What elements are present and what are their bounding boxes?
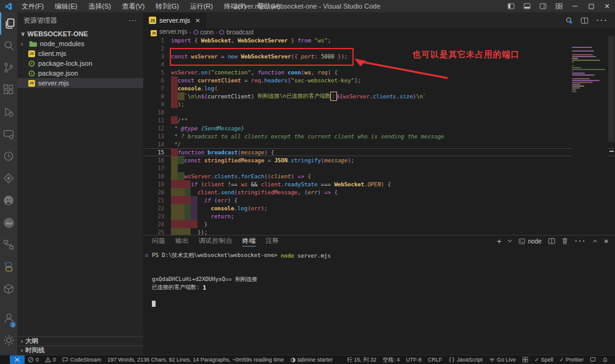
remote-indicator[interactable] [10, 355, 25, 364]
breadcrumb-symbol[interactable]: conn [193, 29, 214, 36]
package-box-icon[interactable] [0, 278, 17, 300]
open-search-icon[interactable] [565, 17, 573, 25]
new-terminal-icon[interactable]: + [497, 237, 502, 246]
file-tree-item[interactable]: JSclient.mjs [17, 49, 143, 58]
file-tree-item[interactable]: ›node_modules [17, 39, 143, 49]
panel-tab-调试控制台[interactable]: 调试控制台 [199, 235, 232, 247]
menu-item[interactable]: 帮助(H) [252, 0, 285, 12]
code-line[interactable]: 6const currentClient = req.headers["sec-… [143, 76, 615, 84]
remote-explorer-icon[interactable] [0, 123, 17, 145]
status-feedback[interactable] [587, 355, 599, 364]
status-browser-preview[interactable] [519, 355, 531, 364]
code-line[interactable]: 18wsServer.clients.forEach((client) => { [143, 172, 615, 180]
terminal-dropdown-icon[interactable] [507, 239, 512, 243]
outline-section[interactable]: ›大纲 [17, 336, 143, 346]
file-tree-item[interactable]: JSserver.mjs [17, 78, 143, 88]
code-line[interactable]: 13* ? broadcast to all clients except th… [143, 132, 615, 140]
status-spell[interactable]: ✓Spell [531, 355, 557, 364]
github-icon[interactable] [0, 189, 17, 212]
source-control-icon[interactable] [0, 57, 17, 79]
code-line[interactable]: 14*/ [143, 140, 615, 148]
status-warnings[interactable]: 0 [42, 355, 59, 364]
explorer-root-folder[interactable]: ∨ WEBSOCKET-ONE [17, 28, 143, 39]
layout-sidebar-right-icon[interactable] [535, 0, 551, 12]
timeline-clock-icon[interactable] [0, 145, 17, 167]
layout-sidebar-left-icon[interactable] [503, 0, 519, 12]
accounts-icon[interactable]: 2 [0, 307, 17, 329]
file-tree-item[interactable]: package-lock.json [17, 58, 143, 68]
code-line[interactable]: 25}); [143, 228, 615, 235]
status-notifications[interactable] [599, 355, 611, 364]
code-line[interactable]: 7console.log( [143, 84, 615, 92]
explorer-more-actions-icon[interactable]: ··· [129, 17, 137, 24]
menu-item[interactable]: 查看(V) [116, 0, 150, 12]
menu-item[interactable]: 文件(F) [16, 0, 49, 12]
python-icon[interactable] [0, 256, 17, 278]
file-tree-item[interactable]: package.json [17, 68, 143, 78]
status-indentation[interactable]: 空格: 4 [379, 355, 403, 364]
menu-item[interactable]: 终端(T) [218, 0, 252, 12]
breadcrumb-symbol[interactable]: broadcast [219, 29, 253, 36]
codestream-icon[interactable] [0, 167, 17, 189]
status-language-mode[interactable]: {}JavaScript [445, 355, 486, 364]
status-prettier[interactable]: ✓Prettier [556, 355, 587, 364]
code-line[interactable]: 5wsServer.on("connection", function conn… [143, 68, 615, 76]
extensions-icon[interactable] [0, 79, 17, 101]
timeline-section[interactable]: ›时间线 [17, 346, 143, 355]
code-line[interactable]: 16const stringifiedMessage = JSON.string… [143, 156, 615, 164]
kill-terminal-icon[interactable] [561, 237, 568, 245]
json-tool-icon[interactable]: Json [0, 212, 17, 234]
split-terminal-icon[interactable] [548, 237, 555, 245]
breadcrumb-file[interactable]: JSserver.mjs [151, 28, 188, 36]
editor-more-actions-icon[interactable]: ··· [596, 15, 608, 26]
code-line[interactable]: 10 [143, 108, 615, 116]
menu-item[interactable]: 转到(G) [150, 0, 184, 12]
code-line[interactable]: 11/** [143, 116, 615, 124]
customize-layout-icon[interactable] [551, 0, 567, 12]
code-line[interactable]: 20client.send(stringifiedMessage, (err) … [143, 188, 615, 196]
split-editor-icon[interactable] [581, 17, 589, 25]
status-encoding[interactable]: UTF-8 [403, 355, 425, 364]
menu-item[interactable]: 编辑(E) [49, 0, 83, 12]
code-editor[interactable]: 1import { WebSocket, WebSocketServer } f… [143, 36, 615, 235]
status-problems[interactable]: 0 [25, 355, 42, 364]
panel-tab-问题[interactable]: 问题 [152, 235, 165, 247]
panel-more-actions-icon[interactable]: ··· [574, 235, 586, 247]
terminal-instance[interactable]: node [518, 238, 541, 245]
code-line[interactable]: 24} [143, 220, 615, 228]
code-line[interactable]: 8`\n\n${currentClient} 刚刚连接\n已连接的客户端数：${… [143, 92, 615, 100]
panel-tab-终端[interactable]: 终端 [242, 235, 256, 247]
editor-scrollbar[interactable] [608, 36, 615, 235]
terminal[interactable]: PS D:\技术文档\websocket\websocket-one> node… [143, 247, 615, 355]
tab-close-icon[interactable]: ✕ [195, 17, 200, 24]
menu-item[interactable]: 运行(R) [184, 0, 218, 12]
minimize-button[interactable] [567, 0, 583, 12]
code-line[interactable]: 22console.log(err); [143, 204, 615, 212]
settings-gear-icon[interactable] [0, 329, 17, 351]
status-tabnine[interactable]: tabnine starter [287, 355, 336, 364]
code-line[interactable]: 12* @type {SendMessage} [143, 124, 615, 132]
flowchart-icon[interactable] [0, 234, 17, 256]
code-line[interactable]: 2 [143, 44, 615, 52]
run-debug-icon[interactable] [0, 101, 17, 123]
layout-panel-icon[interactable] [519, 0, 535, 12]
menu-item[interactable]: 选择(S) [83, 0, 117, 12]
code-line[interactable]: 15function broadcast(message) { [143, 148, 615, 156]
search-icon[interactable] [0, 34, 17, 57]
breadcrumb[interactable]: JSserver.mjs›conn›broadcast [143, 28, 615, 36]
status-go-live[interactable]: Go Live [486, 355, 519, 364]
close-button[interactable]: ✕ [599, 0, 615, 12]
code-line[interactable]: 9); [143, 100, 615, 108]
maximize-panel-icon[interactable] [592, 239, 598, 243]
tab-server-mjs[interactable]: JS server.mjs ✕ [143, 12, 206, 28]
status-cursor-position[interactable]: 行 15, 列 32 [344, 355, 379, 364]
explorer-icon[interactable] [0, 12, 17, 34]
status-word-count[interactable]: 197 Words, 2136 Chars, 92 Lines, 14 Para… [105, 355, 287, 364]
code-line[interactable]: 4 [143, 60, 615, 68]
code-line[interactable]: 23return; [143, 212, 615, 220]
status-eol[interactable]: CRLF [424, 355, 445, 364]
panel-tab-注释[interactable]: 注释 [266, 235, 279, 247]
code-line[interactable]: 1import { WebSocket, WebSocketServer } f… [143, 36, 615, 44]
maximize-button[interactable] [583, 0, 599, 12]
code-line[interactable]: 3const wsServer = new WebSocketServer({ … [143, 52, 615, 60]
